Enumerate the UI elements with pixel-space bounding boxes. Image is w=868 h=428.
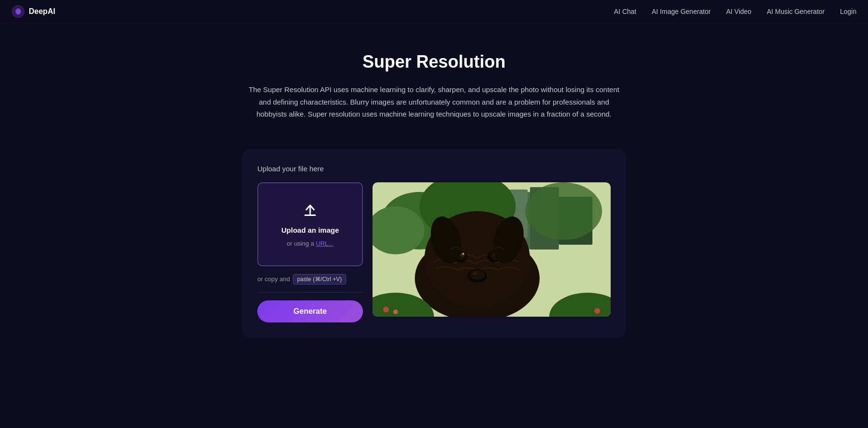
svg-rect-2 bbox=[304, 214, 316, 216]
upload-box: Upload an image or using a URL... or cop… bbox=[257, 182, 363, 322]
upload-panel: Upload your file here Upload an image or… bbox=[242, 149, 626, 338]
svg-point-12 bbox=[525, 182, 602, 240]
upload-label: Upload an image bbox=[281, 226, 339, 234]
nav-links: AI Chat AI Image Generator AI Video AI M… bbox=[614, 8, 856, 15]
paste-prefix-text: or copy and bbox=[257, 275, 290, 283]
svg-point-24 bbox=[470, 270, 485, 280]
svg-point-25 bbox=[472, 272, 477, 275]
upload-section-title: Upload your file here bbox=[257, 165, 611, 173]
generate-button[interactable]: Generate bbox=[257, 300, 363, 322]
navbar: DeepAI AI Chat AI Image Generator AI Vid… bbox=[0, 0, 868, 23]
nav-ai-image-generator[interactable]: AI Image Generator bbox=[652, 8, 711, 15]
upload-paste-row: or copy and paste (⌘/Ctrl +V) bbox=[257, 274, 363, 285]
upload-icon bbox=[301, 201, 320, 220]
nav-login[interactable]: Login bbox=[840, 8, 856, 15]
logo[interactable]: DeepAI bbox=[12, 5, 55, 18]
svg-point-30 bbox=[383, 307, 389, 312]
logo-text: DeepAI bbox=[29, 7, 55, 16]
main-content: Upload your file here Upload an image or… bbox=[0, 140, 868, 357]
nav-ai-music-generator[interactable]: AI Music Generator bbox=[767, 8, 825, 15]
result-image-container bbox=[373, 182, 611, 317]
nav-ai-video[interactable]: AI Video bbox=[726, 8, 751, 15]
upload-url-row: or using a URL... bbox=[287, 240, 334, 247]
svg-point-32 bbox=[594, 308, 600, 314]
result-image bbox=[373, 182, 611, 317]
svg-point-31 bbox=[393, 309, 398, 314]
svg-point-21 bbox=[462, 253, 464, 255]
divider bbox=[257, 292, 363, 293]
upload-content-row: Upload an image or using a URL... or cop… bbox=[257, 182, 611, 322]
dog-image-svg bbox=[373, 182, 611, 317]
paste-button[interactable]: paste (⌘/Ctrl +V) bbox=[293, 274, 346, 285]
svg-point-1 bbox=[16, 9, 20, 14]
upload-url-link[interactable]: URL... bbox=[316, 240, 334, 247]
hero-section: Super Resolution The Super Resolution AP… bbox=[218, 23, 650, 140]
nav-ai-chat[interactable]: AI Chat bbox=[614, 8, 637, 15]
url-prefix-text: or using a bbox=[287, 240, 314, 247]
deepai-logo-icon bbox=[12, 5, 25, 18]
upload-dropzone[interactable]: Upload an image or using a URL... bbox=[257, 182, 363, 266]
page-title: Super Resolution bbox=[229, 52, 639, 72]
hero-description: The Super Resolution API uses machine le… bbox=[247, 83, 621, 120]
svg-rect-3 bbox=[310, 206, 311, 214]
